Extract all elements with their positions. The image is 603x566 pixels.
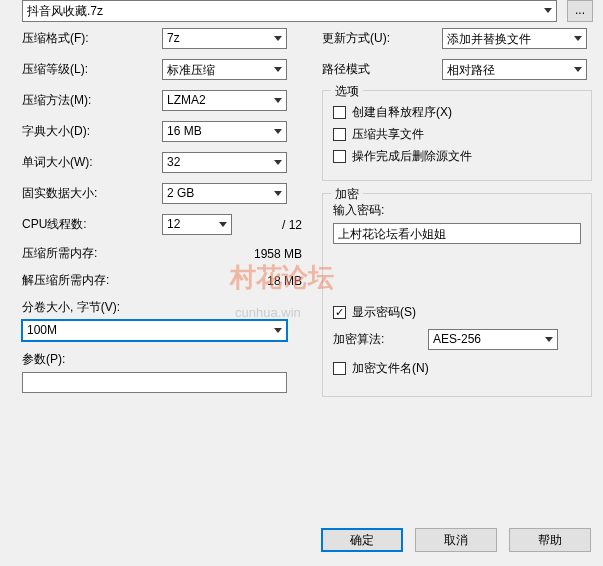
algo-label: 加密算法:: [333, 331, 428, 348]
mem-decomp-value: 18 MB: [162, 274, 312, 288]
encrypt-names-checkbox[interactable]: [333, 362, 346, 375]
algo-select[interactable]: AES-256: [428, 329, 558, 350]
pwd-label: 输入密码:: [333, 203, 384, 217]
split-label: 分卷大小, 字节(V):: [22, 300, 120, 314]
path-label: 路径模式: [322, 61, 442, 78]
password-input[interactable]: 上村花论坛看小姐姐: [333, 223, 581, 244]
dict-label: 字典大小(D):: [22, 123, 162, 140]
path-select[interactable]: 相对路径: [442, 59, 587, 80]
sfx-label: 创建自释放程序(X): [352, 104, 452, 121]
encrypt-names-label: 加密文件名(N): [352, 360, 429, 377]
delete-checkbox[interactable]: [333, 150, 346, 163]
mem-comp-value: 1958 MB: [162, 247, 312, 261]
update-label: 更新方式(U):: [322, 30, 442, 47]
cpu-select[interactable]: 12: [162, 214, 232, 235]
options-legend: 选项: [331, 83, 363, 100]
chevron-down-icon: [274, 328, 282, 333]
shared-label: 压缩共享文件: [352, 126, 424, 143]
level-label: 压缩等级(L):: [22, 61, 162, 78]
browse-button[interactable]: ...: [567, 0, 593, 22]
options-fieldset: 选项 创建自释放程序(X) 压缩共享文件 操作完成后删除源文件: [322, 90, 592, 181]
help-button[interactable]: 帮助: [509, 528, 591, 552]
encrypt-legend: 加密: [331, 186, 363, 203]
ok-button[interactable]: 确定: [321, 528, 403, 552]
dict-select[interactable]: 16 MB: [162, 121, 287, 142]
cancel-button[interactable]: 取消: [415, 528, 497, 552]
encrypt-fieldset: 加密 输入密码: 上村花论坛看小姐姐 显示密码(S) 加密算法:AES-256 …: [322, 193, 592, 397]
word-select[interactable]: 32: [162, 152, 287, 173]
sfx-checkbox[interactable]: [333, 106, 346, 119]
solid-select[interactable]: 2 GB: [162, 183, 287, 204]
update-select[interactable]: 添加并替换文件: [442, 28, 587, 49]
cpu-label: CPU线程数:: [22, 216, 162, 233]
mem-decomp-label: 解压缩所需内存:: [22, 272, 162, 289]
mem-comp-label: 压缩所需内存:: [22, 245, 162, 262]
format-label: 压缩格式(F):: [22, 30, 162, 47]
method-select[interactable]: LZMA2: [162, 90, 287, 111]
archive-name-combo[interactable]: 抖音风收藏.7z: [22, 0, 557, 22]
params-input[interactable]: [22, 372, 287, 393]
delete-label: 操作完成后删除源文件: [352, 148, 472, 165]
format-select[interactable]: 7z: [162, 28, 287, 49]
method-label: 压缩方法(M):: [22, 92, 162, 109]
archive-name-text: 抖音风收藏.7z: [27, 4, 103, 18]
params-label: 参数(P):: [22, 352, 65, 366]
shared-checkbox[interactable]: [333, 128, 346, 141]
cpu-max: / 12: [232, 218, 312, 232]
solid-label: 固实数据大小:: [22, 185, 162, 202]
split-input[interactable]: 100M: [22, 320, 287, 341]
level-select[interactable]: 标准压缩: [162, 59, 287, 80]
show-pwd-checkbox[interactable]: [333, 306, 346, 319]
show-pwd-label: 显示密码(S): [352, 304, 416, 321]
word-label: 单词大小(W):: [22, 154, 162, 171]
